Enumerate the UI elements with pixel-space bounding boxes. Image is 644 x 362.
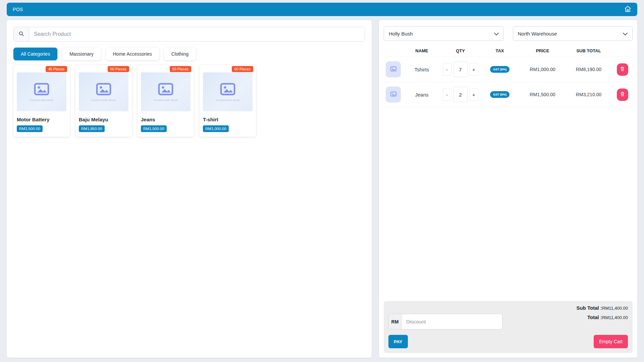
search-product-input[interactable] (29, 27, 365, 41)
cart-item-thumbnail (386, 86, 401, 103)
cart-item-price: RM1,000.00 (520, 67, 565, 72)
tax-badge: GST (6%) (490, 91, 509, 98)
totals: Sub Total :RM11,400.00 Total :RM11,400.0… (577, 305, 628, 329)
home-button[interactable] (624, 5, 631, 13)
cart-item-price: RM1,500.00 (520, 92, 565, 97)
stock-badge: 45 Pieces (46, 66, 67, 72)
image-placeholder-icon (390, 66, 396, 73)
tab-clothing[interactable]: Clothing (164, 48, 196, 60)
product-card[interactable]: 50 Pieces PLACEHOLDER IMAGE Jeans RM1,50… (138, 65, 194, 137)
placeholder-caption: PLACEHOLDER IMAGE (216, 99, 240, 101)
cart-table-header: NAME QTY TAX PRICE SUB TOTAL (384, 48, 633, 57)
warehouse-select-value: North Warehouse (518, 31, 557, 37)
col-tax: TAX (480, 48, 520, 53)
cart-item-name: Jeans (402, 92, 441, 98)
tab-all-categories[interactable]: All Categories (13, 48, 57, 60)
customer-select[interactable]: Holly Bush (384, 26, 504, 41)
cart-summary: RM Sub Total :RM11,400.00 Total :RM11,40… (384, 301, 633, 353)
col-name: NAME (402, 48, 441, 53)
qty-decrease-button[interactable]: - (443, 63, 451, 76)
product-image-placeholder: PLACEHOLDER IMAGE (203, 72, 253, 111)
placeholder-caption: PLACEHOLDER IMAGE (154, 99, 178, 101)
image-placeholder-icon (158, 83, 173, 97)
search-addon (14, 27, 29, 41)
cart-item-name: Tshirts (402, 67, 441, 72)
cart-selects: Holly Bush North Warehouse (384, 26, 633, 41)
discount-group: RM (388, 314, 502, 329)
product-card[interactable]: 45 Pieces PLACEHOLDER IMAGE Motor Batter… (13, 65, 70, 137)
trash-icon (620, 66, 625, 72)
pay-button[interactable]: PAY (388, 335, 408, 348)
search-icon (18, 31, 24, 38)
chevron-down-icon (623, 31, 628, 37)
qty-decrease-button[interactable]: - (443, 88, 451, 101)
placeholder-caption: PLACEHOLDER IMAGE (92, 99, 116, 101)
sub-total-line: Sub Total :RM11,400.00 (577, 305, 628, 311)
discount-currency-addon: RM (388, 314, 401, 329)
product-name: Baju Melayu (79, 117, 128, 122)
cart-row: Tshirts - + GST (6%) RM1,000.00 RM8,190.… (384, 57, 633, 82)
image-placeholder-icon (34, 83, 49, 97)
cart-item-subtotal: RM8,190.00 (565, 67, 612, 72)
product-price-badge: RM1,500.00 (141, 125, 167, 132)
stock-badge: 50 Pieces (108, 66, 129, 72)
tab-home-accessories[interactable]: Home Accessories (106, 48, 159, 60)
product-price-badge: RM2,500.00 (17, 125, 43, 132)
product-name: T-shirt (203, 117, 253, 122)
delete-item-button[interactable] (617, 63, 628, 76)
image-placeholder-icon (96, 83, 111, 97)
col-qty: QTY (441, 48, 480, 53)
category-tabs: All Categories Massionary Home Accessori… (13, 48, 365, 60)
stock-badge: 60 Pieces (232, 66, 253, 72)
product-name: Motor Battery (17, 117, 66, 122)
app-header: POS (7, 3, 637, 16)
col-subtotal: SUB TOTAL (565, 48, 612, 53)
product-image-placeholder: PLACEHOLDER IMAGE (141, 72, 191, 111)
cart-item-thumbnail (386, 61, 401, 77)
cart-row: Jeans - + GST (6%) RM1,500.00 RM3,210.00 (384, 82, 633, 107)
cart-item-subtotal: RM3,210.00 (565, 92, 612, 97)
empty-cart-button[interactable]: Empty Cart (594, 335, 628, 348)
cart-panel: Holly Bush North Warehouse NAME QTY (379, 20, 637, 358)
stock-badge: 50 Pieces (170, 66, 191, 72)
tab-massionary[interactable]: Massionary (62, 48, 101, 60)
total-line: Total :RM11,400.00 (577, 314, 628, 320)
product-price-badge: RM1,850.00 (79, 125, 105, 132)
trash-icon (620, 92, 625, 98)
quantity-stepper: - + (441, 87, 480, 102)
app-title: POS (13, 7, 23, 12)
customer-select-value: Holly Bush (389, 31, 413, 37)
qty-input[interactable] (453, 62, 468, 77)
total-label: Total : (587, 314, 602, 320)
placeholder-caption: PLACEHOLDER IMAGE (30, 99, 54, 101)
image-placeholder-icon (220, 83, 235, 97)
product-image-placeholder: PLACEHOLDER IMAGE (79, 72, 128, 111)
quantity-stepper: - + (441, 62, 480, 77)
qty-increase-button[interactable]: + (470, 88, 478, 101)
sub-total-value: RM11,400.00 (602, 306, 628, 311)
col-price: PRICE (520, 48, 565, 53)
sub-total-label: Sub Total : (577, 305, 602, 311)
warehouse-select[interactable]: North Warehouse (513, 26, 633, 41)
product-name: Jeans (141, 117, 191, 122)
product-grid: 45 Pieces PLACEHOLDER IMAGE Motor Batter… (13, 65, 365, 137)
product-price-badge: RM1,000.00 (203, 125, 229, 132)
qty-increase-button[interactable]: + (470, 63, 478, 76)
chevron-down-icon (494, 31, 499, 37)
qty-input[interactable] (453, 87, 468, 102)
total-value: RM11,400.00 (602, 315, 628, 320)
search-product-group (13, 27, 365, 42)
home-icon (624, 5, 631, 13)
discount-input[interactable] (401, 314, 502, 329)
tax-badge: GST (6%) (490, 66, 509, 73)
products-panel: All Categories Massionary Home Accessori… (7, 20, 372, 358)
product-card[interactable]: 50 Pieces PLACEHOLDER IMAGE Baju Melayu … (75, 65, 132, 137)
delete-item-button[interactable] (617, 88, 628, 101)
main-layout: All Categories Massionary Home Accessori… (0, 20, 644, 358)
product-card[interactable]: 60 Pieces PLACEHOLDER IMAGE T-shirt RM1,… (200, 65, 256, 137)
image-placeholder-icon (390, 92, 396, 98)
product-image-placeholder: PLACEHOLDER IMAGE (17, 72, 66, 111)
